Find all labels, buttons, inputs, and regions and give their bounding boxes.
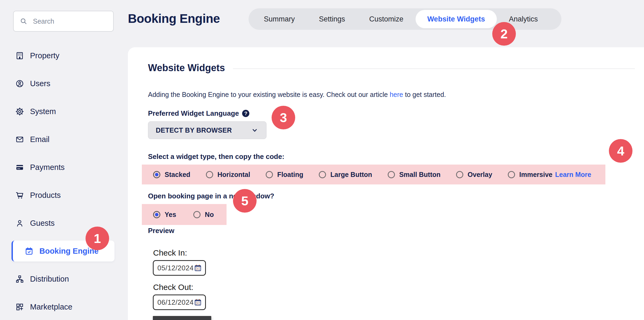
sidebar-item-users[interactable]: Users: [0, 70, 128, 97]
radio-label: Stacked: [165, 171, 190, 179]
language-label: Preferred Widget Language: [148, 109, 239, 118]
calendar-check-icon: [25, 247, 34, 256]
intro-after: to get started.: [403, 91, 446, 98]
tab-label: Customize: [369, 15, 404, 23]
sidebar-item-label: Property: [30, 51, 60, 60]
radio-immersive[interactable]: Immersive Learn More: [508, 171, 591, 179]
main-content: Website Widgets Adding the Booking Engin…: [128, 47, 644, 320]
intro-before: Adding the Booking Engine to your existi…: [148, 91, 390, 98]
radio-overlay[interactable]: Overlay: [456, 171, 492, 179]
annotation-badge-4: 4: [609, 139, 632, 163]
sidebar-item-property[interactable]: Property: [0, 42, 128, 70]
sidebar-item-system[interactable]: System: [0, 97, 128, 125]
radio-icon[interactable]: [456, 171, 463, 178]
radio-label: Small Button: [399, 171, 441, 179]
tab-summary[interactable]: Summary: [252, 10, 307, 28]
language-dropdown[interactable]: DETECT BY BROWSER: [148, 121, 267, 139]
radio-icon[interactable]: [206, 171, 213, 178]
page-title: Booking Engine: [128, 11, 220, 26]
radio-label: Yes: [165, 211, 176, 219]
sidebar-item-label: Guests: [30, 219, 55, 228]
language-label-row: Preferred Widget Language ?: [148, 109, 628, 118]
intro-text: Adding the Booking Engine to your existi…: [148, 91, 628, 99]
annotation-badge-5: 5: [233, 189, 257, 213]
sidebar-item-label: Marketplace: [30, 303, 72, 311]
new-window-options: Yes No: [142, 204, 227, 225]
tab-label: Website Widgets: [427, 15, 485, 23]
preview-label: Preview: [148, 227, 628, 235]
person-icon: [15, 219, 24, 228]
tab-label: Analytics: [509, 15, 538, 23]
radio-label: No: [205, 211, 214, 219]
tab-label: Summary: [264, 15, 295, 23]
radio-horizontal[interactable]: Horizontal: [206, 171, 250, 179]
language-dropdown-value: DETECT BY BROWSER: [156, 126, 232, 134]
building-icon: [15, 51, 24, 60]
cart-icon: [15, 191, 24, 200]
help-icon[interactable]: ?: [242, 110, 249, 117]
check-out-input[interactable]: 06/12/2024: [153, 294, 206, 310]
radio-icon[interactable]: [266, 171, 273, 178]
radio-icon[interactable]: [388, 171, 395, 178]
grid-plus-icon: [15, 303, 24, 311]
sidebar-item-label: Distribution: [30, 275, 69, 283]
radio-stacked[interactable]: Stacked: [153, 171, 190, 179]
user-circle-icon: [15, 79, 24, 88]
check-in-label: Check In:: [153, 248, 628, 257]
tab-website-widgets[interactable]: Website Widgets: [416, 10, 497, 28]
check-out-label: Check Out:: [153, 283, 628, 292]
radio-large-button[interactable]: Large Button: [319, 171, 372, 179]
section-heading: Website Widgets: [148, 62, 225, 74]
chevron-down-icon: [251, 126, 259, 134]
booking-engine-page: Property Users Sys: [0, 0, 644, 320]
sidebar-item-products[interactable]: Products: [0, 181, 128, 209]
sidebar-item-payments[interactable]: Payments: [0, 153, 128, 181]
sidebar-item-label: Payments: [30, 163, 65, 172]
check-in-input[interactable]: 05/12/2024: [153, 260, 206, 276]
sidebar-item-email[interactable]: Email: [0, 125, 128, 153]
gear-icon: [15, 107, 24, 116]
calendar-icon: [194, 298, 202, 306]
tab-customize[interactable]: Customize: [357, 10, 416, 28]
radio-label: Floating: [277, 171, 303, 179]
radio-icon[interactable]: [153, 171, 160, 178]
sidebar-item-label: Products: [30, 191, 61, 200]
check-out-value: 06/12/2024: [157, 298, 194, 307]
radio-yes[interactable]: Yes: [153, 211, 176, 219]
sidebar-item-label: System: [30, 107, 56, 116]
annotation-badge-3: 3: [272, 106, 295, 129]
learn-more-link[interactable]: Learn More: [555, 171, 591, 179]
search-input[interactable]: [33, 17, 107, 25]
sidebar-item-marketplace[interactable]: Marketplace: [0, 293, 128, 320]
sidebar-item-label: Booking Engine: [39, 247, 99, 256]
radio-label: Immersive: [519, 171, 553, 179]
sidebar-item-guests[interactable]: Guests: [0, 209, 128, 237]
calendar-icon: [194, 264, 202, 272]
radio-label: Overlay: [468, 171, 492, 179]
sidebar-item-distribution[interactable]: Distribution: [0, 265, 128, 293]
radio-icon[interactable]: [508, 171, 515, 178]
radio-no[interactable]: No: [193, 211, 214, 219]
radio-icon[interactable]: [153, 211, 160, 218]
go-button[interactable]: GO: [153, 316, 211, 320]
radio-small-button[interactable]: Small Button: [388, 171, 441, 179]
sitemap-icon: [15, 275, 24, 283]
radio-icon[interactable]: [193, 211, 201, 218]
sidebar-nav: Property Users Sys: [0, 42, 128, 320]
tab-settings[interactable]: Settings: [307, 10, 357, 28]
radio-icon[interactable]: [319, 171, 326, 178]
heading-divider: [233, 68, 635, 69]
sidebar-item-label: Email: [30, 135, 50, 144]
here-link[interactable]: here: [390, 91, 403, 98]
widget-type-label: Select a widget type, then copy the code…: [148, 152, 628, 161]
tab-bar: Summary Settings Customize Website Widge…: [249, 8, 561, 30]
sidebar: Property Users Sys: [0, 0, 128, 320]
radio-floating[interactable]: Floating: [266, 171, 303, 179]
check-in-value: 05/12/2024: [157, 264, 194, 272]
search-box[interactable]: [13, 11, 114, 32]
annotation-badge-2: 2: [492, 22, 516, 46]
tab-label: Settings: [319, 15, 345, 23]
new-window-label: Open booking page in a new window?: [148, 192, 628, 200]
radio-label: Large Button: [330, 171, 372, 179]
widget-type-options: Stacked Horizontal Floating Large Button…: [142, 165, 605, 184]
